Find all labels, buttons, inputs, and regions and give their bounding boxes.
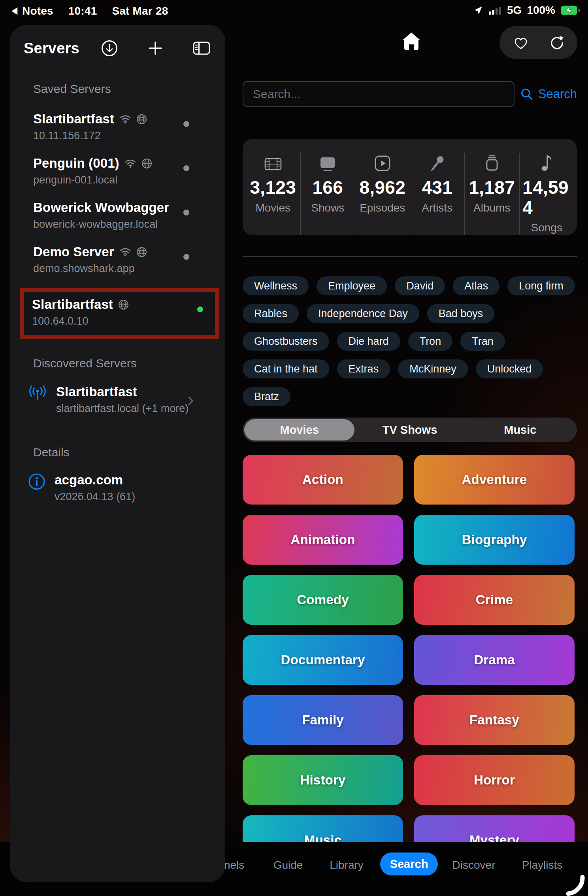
microphone-icon — [429, 155, 445, 172]
stat-movies: 3,123 Movies — [246, 153, 301, 235]
search-input[interactable] — [243, 81, 514, 107]
server-row-bowerick[interactable]: Bowerick Wowbagger bowerick-wowbagger.lo… — [24, 193, 211, 237]
tag-chip[interactable]: Atlas — [453, 276, 499, 295]
tab-playlists[interactable]: Playlists — [522, 859, 563, 871]
app-details-row[interactable]: acgao.com v2026.04.13 (61) — [24, 473, 211, 503]
tag-chip[interactable]: Ghostbusters — [243, 332, 329, 351]
back-app-label: Notes — [22, 5, 53, 17]
tag-chip[interactable]: Die hard — [337, 332, 400, 351]
tag-chip[interactable]: David — [395, 276, 445, 295]
stat-albums: 1,187 Albums — [465, 153, 520, 235]
saved-servers-header: Saved Servers — [33, 82, 211, 96]
genre-tile[interactable]: Family — [243, 695, 403, 745]
arrow-down-circle-icon — [101, 40, 118, 57]
server-row-slartibartfast-1[interactable]: Slartibartfast 10.11.156.172 — [24, 104, 211, 149]
toggle-sidebar-button[interactable] — [192, 41, 211, 56]
genre-tile[interactable]: Crime — [414, 575, 575, 625]
tag-chip[interactable]: McKinney — [398, 359, 468, 378]
genre-tile[interactable]: Comedy — [243, 575, 403, 625]
search-button[interactable]: Search — [520, 87, 577, 101]
tag-chip[interactable]: Extras — [337, 359, 390, 378]
tab-discover[interactable]: Discover — [452, 859, 496, 871]
genre-tile[interactable]: Documentary — [243, 635, 403, 685]
album-stack-icon — [483, 154, 501, 172]
genre-label: Documentary — [281, 652, 365, 667]
segment-movies[interactable]: Movies — [244, 419, 354, 440]
add-server-button[interactable] — [147, 40, 163, 56]
genre-tile[interactable]: Drama — [414, 635, 575, 685]
genre-grid: Action Adventure Animation Biography Com… — [243, 455, 577, 865]
tv-icon — [318, 155, 337, 172]
tag-chip[interactable]: Cat in the hat — [243, 359, 329, 378]
server-name: Penguin (001) — [33, 156, 119, 171]
genre-label: Biography — [462, 532, 527, 547]
tag-chip[interactable]: Wellness — [243, 276, 309, 295]
tag-chip[interactable]: Unlocked — [476, 359, 543, 378]
genre-label: Animation — [290, 532, 355, 547]
tag-chip[interactable]: Long firm — [507, 276, 575, 295]
segment-tv-shows[interactable]: TV Shows — [354, 419, 465, 440]
globe-icon — [118, 299, 129, 310]
status-date: Sat Mar 28 — [112, 5, 168, 17]
genre-tile[interactable]: Horror — [414, 755, 575, 805]
annotation-highlight-box: Slartibartfast 100.64.0.10 — [20, 288, 219, 339]
server-name: Slartibartfast — [32, 297, 113, 312]
genre-label: Comedy — [297, 592, 349, 607]
tag-chip[interactable]: Employee — [317, 276, 387, 295]
library-stats-card: 3,123 Movies 166 Shows 8,962 Episodes — [243, 139, 577, 235]
location-arrow-icon — [473, 5, 483, 15]
sidebar-title: Servers — [24, 40, 79, 57]
genre-tile[interactable]: History — [243, 755, 403, 805]
discovered-servers-header: Discovered Servers — [33, 357, 211, 370]
segment-music[interactable]: Music — [465, 419, 575, 440]
genre-tile[interactable]: Animation — [243, 515, 403, 565]
wifi-icon — [119, 247, 131, 257]
antenna-broadcast-icon — [28, 384, 47, 403]
stat-label: Songs — [531, 221, 562, 234]
genre-tile[interactable]: Adventure — [414, 455, 575, 505]
status-time: 10:41 — [68, 5, 97, 17]
tag-chip[interactable]: Independence Day — [307, 304, 419, 323]
server-row-slartibartfast-selected[interactable]: Slartibartfast 100.64.0.10 — [24, 293, 215, 331]
genre-label: Fantasy — [469, 713, 519, 728]
battery-percent-label: 100% — [527, 4, 555, 17]
stat-label: Shows — [311, 202, 344, 214]
app-domain: acgao.com — [55, 473, 135, 488]
tag-chip[interactable]: Rables — [243, 304, 299, 323]
server-address: 10.11.156.172 — [33, 130, 211, 142]
server-row-demo[interactable]: Demo Server demo.showshark.app — [24, 237, 211, 282]
battery-charging-icon — [560, 5, 580, 15]
tab-search-active[interactable]: Search — [380, 853, 438, 875]
tag-chip[interactable]: Tran — [460, 332, 505, 351]
stat-artists: 431 Artists — [410, 153, 465, 235]
discovered-server-row[interactable]: Slartibartfast slartibartfast.local (+1 … — [24, 384, 211, 415]
home-button[interactable] — [401, 32, 421, 51]
download-server-button[interactable] — [101, 40, 118, 57]
server-address: 100.64.0.10 — [32, 315, 215, 327]
genre-tile[interactable]: Action — [243, 455, 403, 505]
genre-tile[interactable]: Biography — [414, 515, 575, 565]
stat-episodes: 8,962 Episodes — [355, 153, 410, 235]
genre-tile[interactable]: Fantasy — [414, 695, 575, 745]
tab-guide[interactable]: Guide — [273, 859, 303, 871]
status-bar: Notes 10:41 Sat Mar 28 5G 100% — [0, 0, 588, 23]
tag-chip[interactable]: Bad boys — [427, 304, 495, 323]
server-name: Bowerick Wowbagger — [33, 200, 169, 215]
stat-label: Movies — [255, 202, 290, 214]
server-status-dot-online — [197, 306, 203, 312]
refresh-button[interactable] — [549, 35, 564, 51]
tab-library[interactable]: Library — [330, 859, 364, 871]
tag-chip[interactable]: Tron — [408, 332, 453, 351]
back-to-app-button[interactable]: Notes — [10, 5, 53, 17]
sidebar-toggle-icon — [192, 41, 211, 56]
server-row-penguin[interactable]: Penguin (001) penguin-001.local — [24, 149, 211, 193]
stat-label: Episodes — [360, 202, 405, 214]
server-name: Slartibartfast — [33, 112, 114, 127]
details-header: Details — [33, 446, 211, 459]
play-square-icon — [374, 155, 391, 172]
globe-icon — [136, 114, 147, 125]
app-version: v2026.04.13 (61) — [55, 491, 135, 503]
stat-songs: 14,594 Songs — [520, 153, 574, 235]
divider — [243, 403, 577, 403]
favorite-button[interactable] — [513, 36, 529, 50]
